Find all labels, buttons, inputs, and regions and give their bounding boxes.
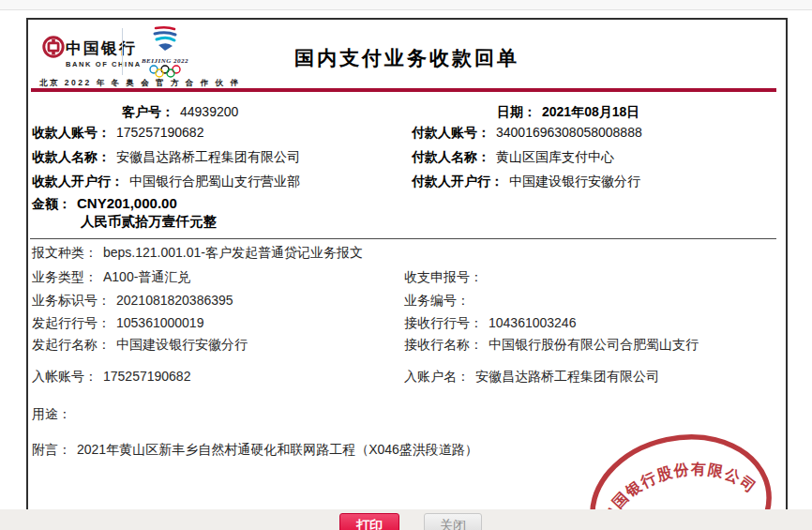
print-button[interactable]: 打印 — [339, 513, 399, 530]
message-type-row: 报文种类：beps.121.001.01-客户发起普通贷记业务报文 — [32, 245, 363, 262]
bank-name-row: 发起行名称：中国建设银行安徽分行 接收行名称：中国银行股份有限公司合肥蜀山支行 — [32, 337, 782, 354]
account-row: 收款人账号：175257190682 付款人账号：340016963080580… — [32, 125, 782, 142]
declare-no-label: 收支申报号： — [404, 269, 483, 284]
customer-no-value: 44939200 — [180, 104, 238, 119]
credit-holder-label: 入账户名： — [404, 369, 470, 384]
name-row: 收款人名称：安徽昌达路桥工程集团有限公司 付款人名称：黄山区国库支付中心 — [32, 149, 782, 166]
biz-id-label: 业务标识号： — [32, 293, 111, 308]
payee-bank-value: 中国银行合肥蜀山支行营业部 — [129, 174, 300, 189]
credit-holder-value: 安徽昌达路桥工程集团有限公司 — [475, 369, 659, 384]
credit-account-value: 175257190682 — [103, 369, 190, 384]
payee-name-label: 收款人名称： — [32, 149, 111, 164]
biz-type-value: A100-普通汇兑 — [103, 269, 190, 284]
bank-no-row: 发起行行号：105361000019 接收行行号：104361003246 — [32, 315, 782, 332]
payer-account-value: 34001696308058008888 — [496, 125, 642, 140]
amount-in-words: 人民币贰拾万壹仟元整 — [81, 213, 217, 231]
message-type-value: beps.121.001.01-客户发起普通贷记业务报文 — [103, 245, 363, 260]
remark-row: 附言：2021年黄山区新丰乡自然村通硬化和联网路工程（X046盛洪段道路） — [32, 442, 478, 459]
date-row: 日期：2021年08月18日 — [497, 104, 639, 121]
payer-account-label: 付款人账号： — [412, 125, 490, 140]
receiving-bank-name-value: 中国银行股份有限公司合肥蜀山支行 — [489, 337, 699, 352]
browser-top-strip — [0, 0, 812, 10]
customer-no-label: 客户号： — [122, 104, 174, 119]
close-button[interactable]: 关闭 — [424, 513, 482, 530]
biz-type-label: 业务类型： — [32, 269, 98, 284]
receiving-bank-no-label: 接收行行号： — [404, 315, 483, 330]
payer-name-value: 黄山区国库支付中心 — [496, 149, 614, 164]
header-red-rule — [31, 88, 776, 92]
payer-bank-value: 中国建设银行安徽分行 — [509, 174, 640, 189]
amount-label: 金额： — [32, 196, 71, 211]
purpose-label: 用途： — [32, 406, 71, 421]
payee-account-value: 175257190682 — [116, 125, 203, 140]
credit-account-label: 入帐账号： — [32, 369, 98, 384]
bottom-bar — [0, 509, 812, 530]
amount-value: CNY201,000.00 — [77, 195, 177, 211]
biz-id-row: 业务标识号：2021081820386395 业务编号： — [32, 293, 782, 310]
remark-label: 附言： — [32, 442, 71, 457]
bank-row: 收款人开户行：中国银行合肥蜀山支行营业部 付款人开户行：中国建设银行安徽分行 — [32, 174, 782, 190]
date-value: 2021年08月18日 — [542, 104, 639, 119]
biz-no-label: 业务编号： — [404, 293, 470, 308]
amount-row: 金额：CNY201,000.00 — [32, 195, 177, 213]
payee-account-label: 收款人账号： — [32, 125, 111, 140]
credit-account-row: 入帐账号：175257190682 入账户名：安徽昌达路桥工程集团有限公司 — [32, 369, 782, 386]
message-type-label: 报文种类： — [32, 245, 98, 260]
date-label: 日期： — [497, 104, 536, 119]
sending-bank-name-value: 中国建设银行安徽分行 — [116, 337, 248, 352]
receiving-bank-name-label: 接收行名称： — [404, 337, 483, 352]
sending-bank-no-value: 105361000019 — [116, 315, 203, 330]
receiving-bank-no-value: 104361003246 — [489, 315, 576, 330]
page-title: 国内支付业务收款回单 — [28, 45, 786, 71]
payee-bank-label: 收款人开户行： — [32, 174, 124, 189]
payer-bank-label: 付款人开户行： — [412, 174, 504, 189]
biz-id-value: 2021081820386395 — [116, 293, 233, 308]
sending-bank-name-label: 发起行名称： — [32, 337, 111, 352]
remark-value: 2021年黄山区新丰乡自然村通硬化和联网路工程（X046盛洪段道路） — [77, 442, 478, 457]
section-divider — [30, 238, 776, 239]
biz-type-row: 业务类型：A100-普通汇兑 收支申报号： — [32, 269, 782, 286]
purpose-row: 用途： — [32, 406, 77, 423]
payer-name-label: 付款人名称： — [412, 149, 490, 164]
payee-name-value: 安徽昌达路桥工程集团有限公司 — [116, 149, 300, 164]
customer-no-row: 客户号：44939200 — [122, 104, 238, 121]
sending-bank-no-label: 发起行行号： — [32, 315, 111, 330]
